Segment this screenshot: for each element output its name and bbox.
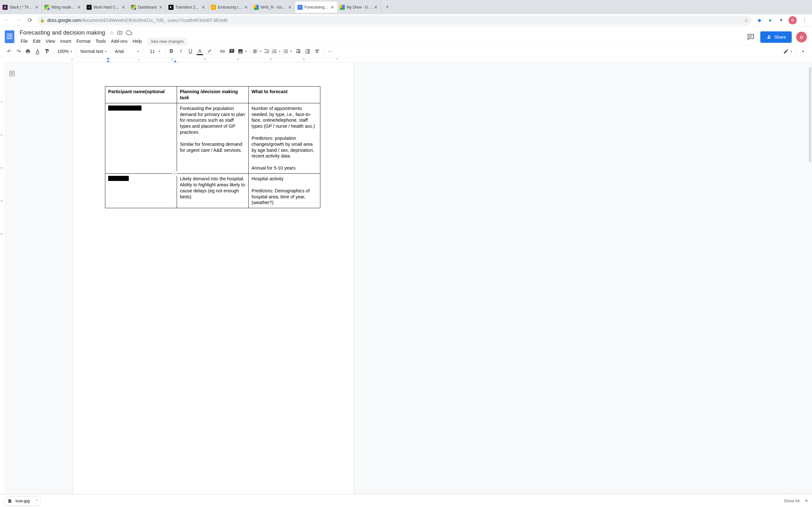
browser-menu-icon[interactable]: ⋮ — [801, 17, 808, 23]
tab-fitting[interactable]: fitting mode… ✕ — [42, 2, 84, 13]
back-button[interactable]: ← — [3, 16, 11, 25]
paint-format-button[interactable] — [43, 47, 51, 56]
print-button[interactable] — [23, 47, 32, 56]
table-cell[interactable]: ▾ — [105, 173, 177, 208]
tab-forecasting-active[interactable]: ≡ Forecasting… ✕ — [295, 2, 337, 13]
close-icon[interactable]: ✕ — [77, 5, 81, 9]
table-header-cell[interactable]: Participant name(optional — [105, 87, 177, 103]
close-icon[interactable]: ✕ — [244, 5, 248, 9]
menu-file[interactable]: File — [18, 38, 30, 45]
close-icon[interactable]: ✕ — [330, 5, 335, 9]
font-size-select[interactable]: 11▼ — [146, 48, 163, 55]
spellcheck-button[interactable]: A̲ — [33, 47, 42, 56]
move-icon[interactable] — [117, 30, 123, 36]
align-button[interactable]: ▼ — [252, 47, 263, 55]
insert-link-button[interactable] — [218, 47, 227, 56]
insert-image-button[interactable]: ▼ — [237, 47, 248, 55]
italic-button[interactable]: I — [176, 47, 185, 56]
document-page[interactable]: Participant name(optional Planning /deci… — [73, 62, 354, 507]
style-select[interactable]: Normal text▼ — [79, 48, 109, 55]
forward-button[interactable]: → — [14, 16, 23, 25]
extension-icons: ◆ ● ✦ B ⋮ — [754, 16, 809, 24]
vertical-ruler[interactable]: 1 2 3 4 5 — [0, 62, 5, 507]
editing-mode-button[interactable]: ▼ — [781, 47, 795, 55]
url-input[interactable]: 🔒 docs.google.com/document/d/19WewkVDEAU… — [37, 15, 752, 25]
font-select[interactable]: Arial▼ — [113, 48, 142, 55]
see-new-changes[interactable]: See new changes — [148, 38, 187, 45]
close-icon[interactable]: ✕ — [121, 5, 125, 9]
document-title[interactable]: Forecasting and decision making — [18, 29, 106, 37]
tab-mydrive[interactable]: My Drive - G… ✕ — [337, 2, 381, 13]
underline-button[interactable]: U — [186, 47, 195, 56]
menu-help[interactable]: Help — [131, 38, 144, 45]
profile-avatar[interactable]: B — [789, 16, 797, 24]
close-icon[interactable]: ✕ — [288, 5, 292, 9]
add-column-button[interactable]: ▾ — [172, 171, 177, 176]
new-tab-button[interactable]: + — [383, 3, 392, 12]
close-downloads-bar[interactable]: ✕ — [805, 498, 808, 503]
extensions-menu-icon[interactable]: ✦ — [778, 17, 784, 23]
menu-tools[interactable]: Tools — [93, 38, 108, 45]
increase-indent-button[interactable] — [303, 47, 312, 56]
reload-button[interactable]: ⟳ — [26, 16, 34, 25]
undo-button[interactable]: ↶ — [4, 47, 13, 56]
collapse-toolbar-button[interactable] — [799, 47, 808, 56]
menu-view[interactable]: View — [44, 38, 57, 45]
download-item[interactable]: icon.jpg ⌃ — [4, 496, 42, 506]
share-button[interactable]: Share — [760, 32, 792, 43]
close-icon[interactable]: ✕ — [201, 5, 206, 9]
star-icon[interactable]: ☆ — [109, 30, 114, 36]
tab-nhs[interactable]: NHS_R - Go… ✕ — [251, 2, 295, 13]
url-host: docs.google.com — [47, 18, 81, 23]
content-table[interactable]: Participant name(optional Planning /deci… — [105, 86, 320, 208]
tab-workhard[interactable]: ▪ Work Hard C… ✕ — [84, 2, 129, 13]
zoom-select[interactable]: 100%▼ — [55, 48, 74, 55]
left-indent-marker[interactable] — [107, 60, 110, 62]
menu-format[interactable]: Format — [74, 38, 93, 45]
highlight-color-button[interactable] — [205, 47, 214, 56]
table-header-cell[interactable]: What to forecast — [249, 87, 320, 103]
line-spacing-button[interactable] — [263, 47, 270, 55]
comments-button[interactable] — [746, 32, 756, 42]
tab-embracing[interactable]: ≡ Embracing t… ✕ — [208, 2, 251, 13]
first-line-indent-marker[interactable] — [107, 58, 110, 60]
table-cell[interactable]: Likely demand into the hospital. Ability… — [177, 173, 249, 208]
close-icon[interactable]: ✕ — [35, 5, 39, 9]
outline-panel-toggle[interactable] — [5, 62, 19, 507]
close-icon[interactable]: ✕ — [374, 5, 378, 9]
clear-formatting-button[interactable] — [313, 47, 322, 56]
chevron-up-icon[interactable]: ⌃ — [35, 499, 38, 503]
menu-edit[interactable]: Edit — [31, 38, 43, 45]
horizontal-ruler[interactable]: 1 1 2 3 4 5 6 7 — [0, 57, 812, 62]
show-all-downloads[interactable]: Show All — [784, 498, 800, 503]
bulleted-list-button[interactable]: ▼ — [282, 47, 293, 55]
extension-icon[interactable]: ● — [767, 17, 773, 23]
right-indent-marker[interactable] — [173, 60, 177, 62]
table-row[interactable]: Forecasting the population demand for pr… — [105, 103, 320, 173]
close-icon[interactable]: ✕ — [159, 5, 163, 9]
tab-transition[interactable]: ◧ Transition Z… ✕ — [166, 2, 208, 13]
account-avatar[interactable]: B — [796, 32, 807, 43]
tab-slack[interactable]: ⁂ Slack | * Th… ✕ — [0, 2, 42, 13]
bold-button[interactable]: B — [167, 47, 176, 56]
table-cell[interactable] — [105, 103, 177, 173]
cloud-status-icon[interactable] — [126, 30, 132, 36]
scrollbar[interactable] — [809, 67, 811, 162]
docs-home-button[interactable] — [3, 29, 16, 45]
tab-dashboard[interactable]: Dashboard ✕ — [129, 2, 166, 13]
extension-icon[interactable]: ◆ — [756, 17, 763, 23]
decrease-indent-button[interactable] — [294, 47, 303, 56]
table-header-cell[interactable]: Planning /decision making task — [177, 87, 249, 103]
table-cell[interactable]: Forecasting the population demand for pr… — [177, 103, 249, 173]
table-cell[interactable]: Hospital activity Predictors: Demographi… — [249, 173, 320, 208]
star-icon[interactable]: ☆ — [745, 18, 749, 23]
more-button[interactable]: ⋯ — [326, 47, 335, 56]
menu-insert[interactable]: Insert — [58, 38, 73, 45]
menu-addons[interactable]: Add-ons — [109, 38, 130, 45]
redo-button[interactable]: ↷ — [14, 47, 23, 56]
table-cell[interactable]: Number of appointments needed, by type, … — [249, 103, 320, 173]
add-comment-button[interactable] — [227, 47, 236, 56]
numbered-list-button[interactable]: ▼ — [271, 47, 282, 55]
text-color-button[interactable]: A — [195, 47, 204, 56]
table-row[interactable]: ▾ Likely demand into the hospital. Abili… — [105, 173, 320, 208]
